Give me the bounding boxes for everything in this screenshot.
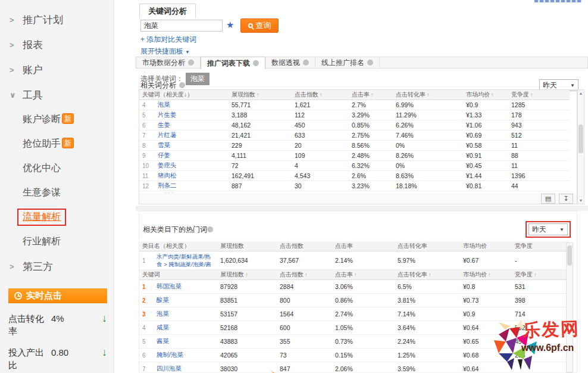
keyword-link[interactable]: 腌制/泡菜 — [157, 351, 183, 358]
category-table: 类目名（相关度） 展现指数 点击指数 点击率 点击转化率 市场均价 竞争度 1 … — [139, 241, 570, 270]
ctr-cell: 0.15% — [332, 349, 395, 362]
sidebar-item-traffic-analysis[interactable]: 流量解析 — [0, 205, 114, 229]
date-range-value: 昨天 — [532, 225, 546, 235]
column-header-cvr[interactable]: 点击转化率↑ — [395, 270, 460, 280]
row-index: 1 — [139, 251, 154, 270]
sidebar-item-label: 第三方 — [23, 260, 53, 273]
column-header-clicks[interactable]: 点击指数↑ — [277, 270, 332, 280]
chevron-right-icon: > — [10, 15, 17, 24]
column-header-cvr[interactable]: 点击转化率↑ — [393, 90, 463, 100]
keyword-link[interactable]: 雪菜 — [158, 141, 170, 148]
cvr-cell: 8.63% — [393, 171, 463, 181]
sidebar-item-third-party[interactable]: > 第三方 — [0, 254, 114, 279]
column-header-keyword[interactable]: 关键词（相关度↓） — [139, 90, 229, 100]
table-row: 12 荆条二 887 30 3.23% 18.18% ¥0.81 44 — [139, 181, 570, 191]
scroll-down-icon[interactable]: ▼ — [578, 198, 584, 203]
sub-tab[interactable]: 市场数据分析 — [136, 57, 201, 68]
sidebar-item-optimization-center[interactable]: 优化中心 — [0, 156, 114, 181]
related-words-table: 关键词（相关度↓） 展现指数↑ 点击指数↑ 点击率↑ 点击转化率↑ 市场均价↑ … — [139, 89, 577, 199]
keyword-link[interactable]: 仔姜 — [158, 151, 170, 158]
column-header-category[interactable]: 类目名（相关度） — [139, 241, 217, 251]
column-header-cvr[interactable]: 点击转化率 — [395, 241, 460, 251]
keyword-link[interactable]: 泡菜 — [157, 310, 169, 317]
date-range-value: 昨天 — [543, 80, 557, 91]
favorite-star-icon[interactable]: ★ — [226, 20, 234, 30]
column-header-competition[interactable]: 竞争度↑ — [512, 270, 570, 280]
query-button-label: 查询 — [256, 20, 271, 31]
keyword-link[interactable]: 泡菜 — [158, 101, 170, 108]
scroll-up-icon[interactable]: ▲ — [578, 91, 584, 95]
add-compare-keyword-link[interactable]: + 添加对比关键词 — [140, 35, 196, 45]
competition-cell: 531 — [512, 280, 570, 294]
clipped-top-right-link[interactable] — [534, 0, 582, 2]
sidebar-item-business-advisor[interactable]: 生意参谋 — [0, 181, 114, 205]
column-header-price[interactable]: 市场均价↑ — [460, 270, 512, 280]
competition-cell: 532 — [512, 321, 570, 335]
sub-tab[interactable]: 推广词表下载 — [201, 57, 265, 69]
column-header-impressions[interactable]: 展现指数↑ — [229, 90, 292, 100]
sidebar-item-account[interactable]: > 账户 — [0, 57, 114, 82]
page-tab-keyword-analysis[interactable]: 关键词分析 — [139, 4, 196, 18]
price-cell: ¥0.91 — [463, 151, 508, 161]
download-icon[interactable]: ↧ — [559, 194, 573, 204]
sidebar-item-promotion-plan[interactable]: > 推广计划 — [0, 7, 114, 32]
keyword-link[interactable]: 姜疙头 — [158, 161, 177, 169]
trend-down-icon: ↓ — [102, 346, 107, 371]
column-header-competition[interactable]: 竞争度↑ — [508, 90, 570, 100]
info-icon — [188, 60, 194, 66]
sidebar-item-account-diagnosis[interactable]: 账户诊断 新 — [0, 107, 114, 132]
column-header-ctr[interactable]: 点击率 — [332, 241, 395, 251]
column-header-impressions[interactable]: 展现指数↑ — [217, 270, 277, 280]
keyword-link[interactable]: 片生姜 — [158, 111, 177, 118]
sidebar-item-reports[interactable]: > 报表 — [0, 32, 114, 57]
related-words-scrollbar[interactable]: ▲ ▼ — [577, 89, 584, 204]
sidebar-item-industry-analysis[interactable]: 行业解析 — [0, 229, 114, 254]
sub-tab[interactable]: 数据透视 — [265, 57, 315, 68]
cvr-cell: 0% — [393, 161, 463, 171]
date-range-select[interactable]: 昨天 ▼ — [528, 223, 568, 235]
keyword-cell: 酸菜 — [154, 294, 217, 307]
row-index: 3 — [139, 307, 154, 321]
export-table-icon[interactable]: ▤ — [541, 194, 555, 204]
keyword-link[interactable]: 猪肉松 — [158, 172, 177, 179]
query-button[interactable]: 查询 — [240, 18, 279, 33]
keyword-link[interactable]: 韩国泡菜 — [157, 282, 182, 290]
hot-words-scrollbar[interactable] — [566, 243, 573, 372]
keyword-link[interactable]: 四川泡菜 — [157, 365, 182, 372]
keyword-link[interactable]: 酸菜 — [157, 296, 169, 303]
scrollbar-thumb[interactable] — [567, 245, 572, 266]
keyword-link[interactable]: 酱菜 — [157, 337, 169, 344]
keyword-search-input[interactable] — [140, 20, 223, 32]
scrollbar-thumb[interactable] — [578, 125, 583, 153]
sidebar-item-label: 账户诊断 — [23, 113, 61, 126]
column-header-clicks[interactable]: 点击指数↑ — [292, 90, 349, 100]
cvr-cell: 7.46% — [393, 130, 463, 141]
keyword-link[interactable]: 荆条二 — [158, 182, 177, 189]
column-header-keyword[interactable]: 关键词 — [139, 270, 217, 280]
column-header-ctr[interactable]: 点击率↑ — [349, 90, 393, 100]
keyword-link[interactable]: 片红薯 — [158, 131, 177, 138]
keyword-link[interactable]: 咸菜 — [157, 324, 169, 331]
keyword-link[interactable]: 生姜 — [158, 121, 170, 128]
column-header-price[interactable]: 市场均价 — [460, 241, 512, 251]
sidebar-item-tools[interactable]: ∨ 工具 — [0, 82, 114, 107]
cvr-cell: 6.5% — [395, 280, 460, 294]
column-header-clicks[interactable]: 点击指数 — [277, 241, 332, 251]
column-header-price[interactable]: 市场均价↑ — [463, 90, 508, 100]
hot-words-title: 相关类目下的热门词 — [143, 225, 207, 235]
clicks-cell: 4,543 — [292, 171, 349, 181]
column-header-impressions[interactable]: 展现指数 — [217, 241, 277, 251]
row-index: 1 — [139, 280, 154, 294]
column-header-competition[interactable]: 竞争度 — [512, 241, 570, 251]
sidebar-item-rank-assistant[interactable]: 抢位助手 新 — [0, 132, 114, 156]
column-header-ctr[interactable]: 点击率↑ — [332, 270, 395, 280]
stat-roi: 投入产出比 0.80 ↓ — [8, 346, 107, 371]
row-index: 5 — [139, 110, 155, 120]
expand-quick-panel-link[interactable]: 展开快捷面板▼ — [140, 46, 190, 57]
category-link[interactable]: 水产肉类/新鲜蔬果/熟食 > 腌制蔬菜/泡菜/酱菜/脱水蔬菜 > 腌制/泡菜 — [157, 253, 214, 269]
impressions-cell: 4,111 — [229, 151, 292, 161]
sidebar-item-label: 优化中心 — [23, 162, 61, 175]
impressions-cell: 887 — [229, 181, 292, 191]
sub-tab[interactable]: 线上推广排名 — [315, 57, 380, 68]
competition-cell — [512, 362, 570, 373]
